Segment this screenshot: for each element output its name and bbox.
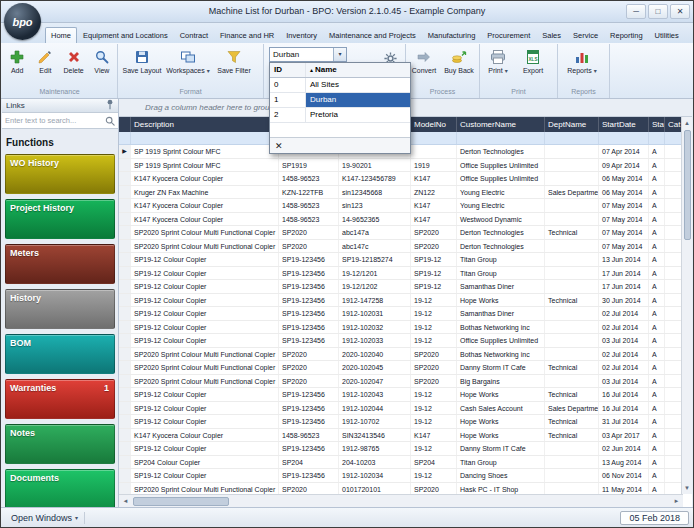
pin-icon[interactable] bbox=[106, 99, 114, 112]
column-header-deptname[interactable]: DeptName bbox=[545, 117, 599, 132]
filter-cell-3[interactable] bbox=[411, 132, 457, 144]
column-header-description[interactable]: Description bbox=[131, 117, 279, 132]
tab-reporting[interactable]: Reporting bbox=[604, 27, 649, 43]
machine-row-12[interactable]: SP19-12 Colour CopierSP19-1234561912-147… bbox=[119, 294, 683, 308]
function-history[interactable]: History bbox=[5, 289, 115, 329]
app-logo[interactable]: bpo bbox=[4, 3, 41, 40]
machine-row-14[interactable]: SP19-12 Colour CopierSP19-1234561912-102… bbox=[119, 321, 683, 335]
save-layout-button[interactable]: Save Layout bbox=[119, 45, 165, 86]
machine-row-3[interactable]: K147 Kyocera Colour Copier1458-96523K147… bbox=[119, 172, 683, 186]
delete-button[interactable]: Delete bbox=[60, 45, 88, 86]
tab-home[interactable]: Home bbox=[45, 27, 77, 43]
function-notes[interactable]: Notes bbox=[5, 424, 115, 464]
tab-service[interactable]: Service bbox=[567, 27, 604, 43]
tab-maintenance-and-projects[interactable]: Maintenance and Projects bbox=[323, 27, 422, 43]
tab-sales[interactable]: Sales bbox=[536, 27, 567, 43]
function-label: BOM bbox=[10, 338, 31, 348]
machine-row-25[interactable]: SP19-12 Colour CopierSP19-1234561912-102… bbox=[119, 469, 683, 483]
machine-row-10[interactable]: SP19-12 Colour CopierSP19-12345619-12/12… bbox=[119, 267, 683, 281]
export-button[interactable]: XLS Export bbox=[515, 45, 551, 86]
convert-button[interactable]: Convert bbox=[407, 45, 441, 86]
tab-contract[interactable]: Contract bbox=[174, 27, 214, 43]
scroll-left-icon[interactable]: ◄ bbox=[119, 495, 132, 507]
machine-row-5[interactable]: K147 Kyocera Colour Copier1458-96523sin1… bbox=[119, 199, 683, 213]
add-button[interactable]: Add bbox=[3, 45, 31, 86]
search-icon[interactable] bbox=[105, 112, 115, 130]
scroll-right-icon[interactable]: ► bbox=[670, 495, 683, 507]
popup-column-name[interactable]: ▴Name bbox=[306, 63, 410, 77]
scroll-up-icon[interactable]: ▲ bbox=[682, 117, 693, 129]
view-button[interactable]: View bbox=[88, 45, 116, 86]
machine-row-15[interactable]: SP19-12 Colour CopierSP19-1234561912-102… bbox=[119, 334, 683, 348]
horizontal-scroll-thumb[interactable] bbox=[133, 497, 229, 506]
tab-utilities[interactable]: Utilities bbox=[649, 27, 685, 43]
tab-manufacturing[interactable]: Manufacturing bbox=[422, 27, 482, 43]
site-selector-combo[interactable]: Durban ▾ bbox=[269, 47, 347, 62]
machine-row-7[interactable]: SP2020 Sprint Colour Multi Functional Co… bbox=[119, 226, 683, 240]
vertical-scroll-thumb[interactable] bbox=[684, 130, 691, 240]
minimize-button[interactable]: ─ bbox=[626, 4, 646, 19]
function-meters[interactable]: Meters bbox=[5, 244, 115, 284]
combo-dropdown-icon[interactable]: ▾ bbox=[333, 48, 346, 61]
clear-filter-button[interactable]: ✕ bbox=[275, 140, 283, 152]
machine-row-13[interactable]: SP19-12 Colour CopierSP19-1234561912-102… bbox=[119, 307, 683, 321]
print-button[interactable]: Print ▾ bbox=[481, 45, 515, 86]
column-header-status[interactable]: Status bbox=[649, 117, 665, 132]
column-header-customername[interactable]: CustomerName bbox=[457, 117, 545, 132]
tab-finance-and-hr[interactable]: Finance and HR bbox=[214, 27, 280, 43]
machine-row-9[interactable]: SP19-12 Colour CopierSP19-123456SP19-121… bbox=[119, 253, 683, 267]
machine-row-4[interactable]: Kruger ZN Fax MachineKZN-122TFBsin123456… bbox=[119, 186, 683, 200]
search-input[interactable] bbox=[5, 116, 103, 125]
filter-cell-5[interactable] bbox=[545, 132, 599, 144]
machine-row-18[interactable]: SP2020 Sprint Colour Multi Functional Co… bbox=[119, 375, 683, 389]
maximize-button[interactable]: □ bbox=[648, 4, 668, 19]
vertical-scrollbar[interactable]: ▲ ▼ bbox=[681, 117, 692, 494]
cell: SP2020 Sprint Colour Multi Functional Co… bbox=[131, 348, 279, 361]
machine-row-16[interactable]: SP2020 Sprint Colour Multi Functional Co… bbox=[119, 348, 683, 362]
filter-cell-6[interactable] bbox=[599, 132, 649, 144]
reports-button[interactable]: Reports ▾ bbox=[559, 45, 605, 86]
cell bbox=[545, 267, 599, 280]
function-documents[interactable]: Documents bbox=[5, 469, 115, 509]
links-header[interactable]: Links bbox=[2, 99, 118, 113]
close-button[interactable]: ✕ bbox=[670, 4, 690, 19]
tab-procurement[interactable]: Procurement bbox=[481, 27, 536, 43]
machine-row-19[interactable]: SP19-12 Colour CopierSP19-1234561912-102… bbox=[119, 388, 683, 402]
edit-button[interactable]: Edit bbox=[31, 45, 59, 86]
filter-cell-4[interactable] bbox=[457, 132, 545, 144]
machine-row-2[interactable]: SP 1919 Sprint Colour MFCSP191919-902011… bbox=[119, 159, 683, 173]
popup-column-id[interactable]: ID bbox=[270, 63, 306, 77]
cell: 06 May 2014 bbox=[599, 172, 649, 185]
function-badge: 1 bbox=[104, 383, 109, 393]
machine-row-21[interactable]: SP19-12 Colour CopierSP19-1234561912-107… bbox=[119, 415, 683, 429]
function-project-history[interactable]: Project History bbox=[5, 199, 115, 239]
site-option-all-sites[interactable]: 0All Sites bbox=[270, 78, 410, 93]
machine-row-26[interactable]: SP2020 Sprint Colour Multi Functional Co… bbox=[119, 483, 683, 495]
machine-row-24[interactable]: SP204 Colour CopierSP204204-10203SP204Ti… bbox=[119, 456, 683, 470]
filter-cell-7[interactable] bbox=[649, 132, 665, 144]
save-filter-button[interactable]: Save Filter bbox=[211, 45, 257, 86]
workspaces-button[interactable]: Workspaces ▾ bbox=[165, 45, 211, 86]
machine-row-17[interactable]: SP2020 Sprint Colour Multi Functional Co… bbox=[119, 361, 683, 375]
column-header-startdate[interactable]: StartDate bbox=[599, 117, 649, 132]
cell: SP19-12 Colour Copier bbox=[131, 267, 279, 280]
filter-cell-0[interactable] bbox=[131, 132, 279, 144]
function-warranties[interactable]: Warranties1 bbox=[5, 379, 115, 419]
buy-back-button[interactable]: Buy Back bbox=[441, 45, 477, 86]
open-windows-button[interactable]: Open Windows ▾ bbox=[5, 512, 85, 524]
tab-inventory[interactable]: Inventory bbox=[280, 27, 323, 43]
machine-row-8[interactable]: SP2020 Sprint Colour Multi Functional Co… bbox=[119, 240, 683, 254]
site-option-durban[interactable]: 1Durban bbox=[270, 93, 410, 108]
machine-row-22[interactable]: K147 Kyocera Colour Copier1458-96523SIN3… bbox=[119, 429, 683, 443]
machine-row-20[interactable]: SP19-12 Colour CopierSP19-1234561912-102… bbox=[119, 402, 683, 416]
column-header-modelno[interactable]: ModelNo bbox=[411, 117, 457, 132]
function-bom[interactable]: BOM bbox=[5, 334, 115, 374]
site-option-pretoria[interactable]: 2Pretoria bbox=[270, 108, 410, 123]
machine-row-11[interactable]: SP19-12 Colour CopierSP19-12345619-12/12… bbox=[119, 280, 683, 294]
tab-equipment-and-locations[interactable]: Equipment and Locations bbox=[77, 27, 174, 43]
machine-row-23[interactable]: SP19-12 Colour CopierSP19-1234561912-987… bbox=[119, 442, 683, 456]
machine-row-6[interactable]: K147 Kyocera Colour Copier1458-9652314-9… bbox=[119, 213, 683, 227]
scroll-down-icon[interactable]: ▼ bbox=[682, 482, 693, 494]
horizontal-scrollbar[interactable]: ◄ ► bbox=[119, 494, 683, 507]
function-wo-history[interactable]: WO History bbox=[5, 154, 115, 194]
